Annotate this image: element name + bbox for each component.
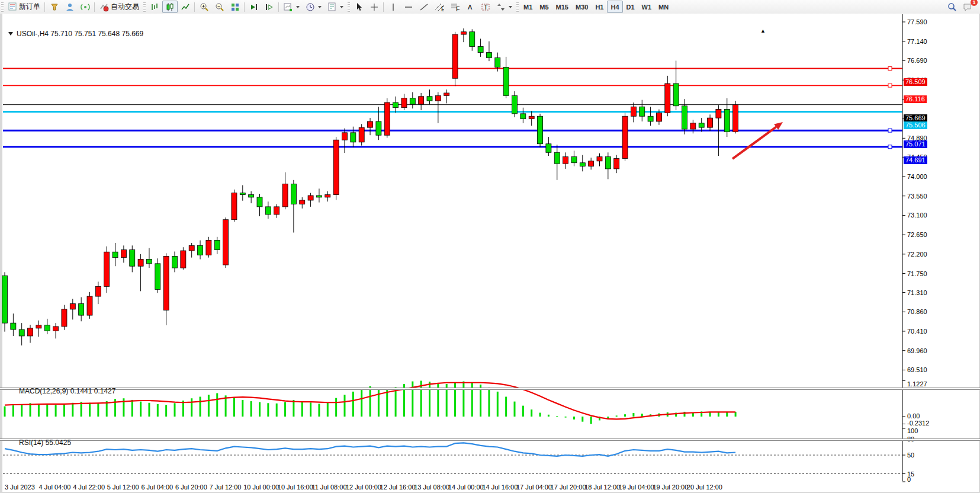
- macd-histogram-bar: [412, 382, 413, 417]
- timeframe-button-d1[interactable]: D1: [623, 1, 638, 13]
- price-tick-label: 72.650: [907, 231, 927, 238]
- price-tick-label: 70.410: [907, 328, 927, 335]
- chart-canvas[interactable]: 77.59077.14076.69076.24075.79075.34074.8…: [0, 14, 980, 493]
- cursor-button[interactable]: [351, 1, 367, 13]
- macd-histogram-bar: [505, 397, 507, 417]
- autotrading-button[interactable]: 自动交易: [97, 1, 142, 13]
- candle-body: [614, 158, 619, 168]
- candle-body: [486, 53, 491, 58]
- candle-body: [410, 98, 415, 104]
- timeframe-button-m15[interactable]: M15: [552, 1, 572, 13]
- macd-histogram-bar: [106, 401, 108, 417]
- timeframe-group: M1M5M15M30H1H4D1W1MN: [520, 1, 672, 13]
- zoom-out-button[interactable]: [212, 1, 227, 13]
- indicators-button[interactable]: [281, 1, 303, 13]
- macd-histogram-bar: [38, 404, 40, 417]
- macd-histogram-bar: [573, 417, 575, 420]
- macd-histogram-bar: [462, 382, 464, 417]
- price-badge: 75.506: [904, 121, 927, 129]
- trendline-button[interactable]: [416, 1, 432, 13]
- cursor-icon: [354, 2, 364, 12]
- chart-line-button[interactable]: [178, 1, 193, 13]
- time-axis-label: 10 Jul 16:00: [278, 484, 313, 491]
- macd-histogram-bar: [46, 405, 48, 417]
- macd-histogram-bar: [548, 415, 550, 417]
- timeframe-button-m1[interactable]: M1: [520, 1, 536, 13]
- mt4-terminal: 新订单 自动交易 E F A T: [0, 0, 980, 493]
- label-button[interactable]: T: [478, 1, 493, 13]
- candle-body: [708, 118, 713, 127]
- candle-body: [538, 116, 543, 144]
- signals-icon: [81, 2, 90, 12]
- chart-scroll-marker[interactable]: ▲: [760, 28, 766, 34]
- chart-bars-button[interactable]: [147, 1, 162, 13]
- signals-button[interactable]: [78, 1, 93, 13]
- line-handle[interactable]: [888, 67, 892, 71]
- text-button[interactable]: A: [462, 1, 478, 13]
- macd-histogram-bar: [429, 382, 430, 417]
- timeframe-button-h1[interactable]: H1: [592, 1, 607, 13]
- notifications-button[interactable]: 1: [960, 1, 975, 13]
- templates-button[interactable]: [324, 1, 346, 13]
- macd-histogram-bar: [250, 401, 252, 417]
- search-button[interactable]: [944, 1, 960, 13]
- time-axis-label: 14 Jul 16:00: [482, 484, 518, 491]
- rsi-axis-label: 100: [907, 427, 918, 434]
- channel-button[interactable]: E: [432, 1, 447, 13]
- line-handle[interactable]: [888, 145, 892, 149]
- pane-separator[interactable]: [0, 438, 980, 441]
- macd-histogram-bar: [616, 415, 618, 417]
- candle-body: [640, 107, 645, 116]
- macd-histogram-bar: [497, 392, 499, 417]
- macd-histogram-bar: [191, 398, 192, 417]
- candle-body: [393, 103, 399, 108]
- arrows-button[interactable]: [493, 1, 515, 13]
- candle-body: [622, 116, 628, 158]
- price-tick-label: 73.100: [907, 212, 927, 219]
- vertical-line-icon: [388, 2, 398, 12]
- line-handle[interactable]: [888, 129, 892, 132]
- svg-text:T: T: [484, 4, 488, 11]
- pane-separator[interactable]: [0, 388, 980, 390]
- line-handle[interactable]: [888, 84, 892, 87]
- chart-candles-button[interactable]: [162, 1, 178, 13]
- rsi-axis-label: 0: [907, 476, 911, 483]
- time-axis-label: 19 Jul 04:00: [619, 484, 654, 491]
- candle-body: [665, 84, 670, 113]
- annotation-arrow[interactable]: [732, 127, 776, 159]
- candle-body: [461, 32, 466, 34]
- zoom-in-button[interactable]: [197, 1, 212, 13]
- timeframe-button-w1[interactable]: W1: [638, 1, 656, 13]
- timeframe-button-m30[interactable]: M30: [572, 1, 592, 13]
- auto-scroll-button[interactable]: [246, 1, 262, 13]
- chart-shift-button[interactable]: [262, 1, 277, 13]
- macd-histogram-bar: [352, 392, 354, 417]
- candle-body: [419, 97, 424, 104]
- candle-body: [520, 114, 526, 119]
- tile-windows-button[interactable]: [227, 1, 243, 13]
- crosshair-button[interactable]: [367, 1, 382, 13]
- timeframe-button-mn[interactable]: MN: [655, 1, 672, 13]
- macd-histogram-bar: [55, 405, 57, 417]
- rsi-label: RSI(14) 55.0425: [19, 438, 71, 447]
- community-button[interactable]: [62, 1, 78, 13]
- funnel-button[interactable]: [47, 1, 62, 13]
- candle-body: [444, 93, 449, 95]
- vertical-line-button[interactable]: [385, 1, 401, 13]
- price-tick-label: 69.510: [907, 366, 927, 373]
- toolbar-grip[interactable]: [1, 2, 4, 12]
- timeframe-button-m5[interactable]: M5: [536, 1, 552, 13]
- fibonacci-button[interactable]: F: [447, 1, 462, 13]
- time-axis-label: 18 Jul 12:00: [584, 484, 620, 491]
- new-order-button[interactable]: 新订单: [5, 1, 43, 13]
- candle-body: [282, 184, 288, 207]
- macd-histogram-bar: [4, 406, 6, 417]
- candle-body: [716, 110, 721, 119]
- horizontal-line-button[interactable]: [401, 1, 416, 13]
- macd-histogram-bar: [522, 406, 524, 417]
- community-icon: [65, 2, 75, 12]
- timeframe-button-h4[interactable]: H4: [607, 1, 622, 13]
- symbol-dropdown-icon[interactable]: [8, 32, 13, 36]
- periods-button[interactable]: [303, 1, 324, 13]
- autotrading-label: 自动交易: [111, 2, 139, 12]
